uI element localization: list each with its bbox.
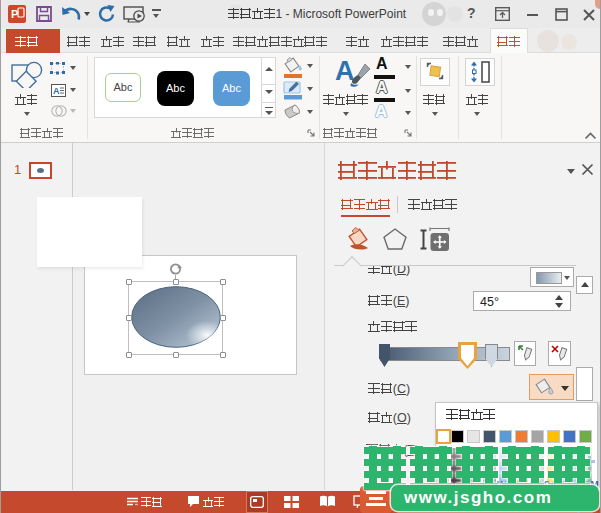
svg-text:P: P bbox=[11, 8, 18, 20]
svg-text:A: A bbox=[53, 86, 60, 96]
